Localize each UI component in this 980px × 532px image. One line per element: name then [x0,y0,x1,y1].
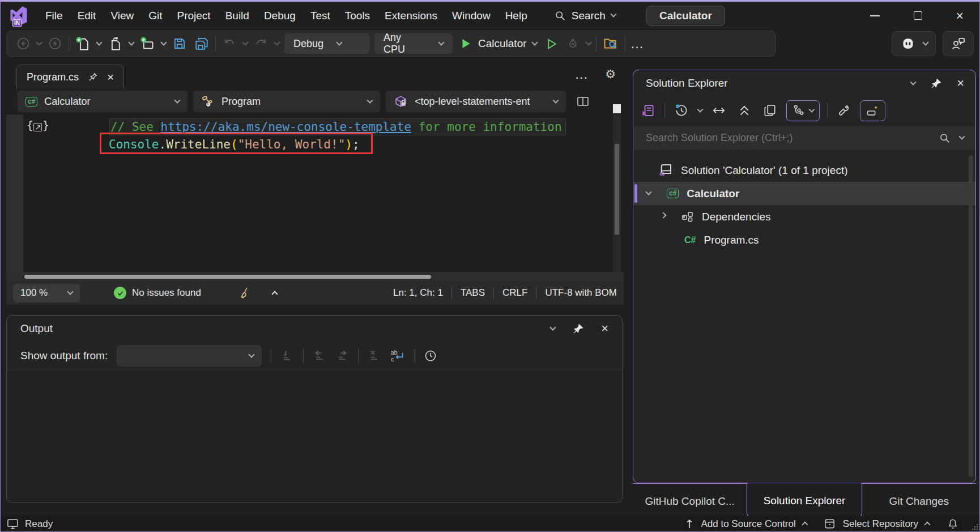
issues-label[interactable]: No issues found [132,287,201,299]
undo-dropdown-icon[interactable] [242,39,248,45]
search-chevron-icon[interactable] [610,11,616,17]
panel-dropdown-chevron-icon[interactable] [910,79,916,85]
zoom-dropdown[interactable]: 100 % [13,284,80,303]
menu-view[interactable]: View [103,7,141,25]
solution-explorer-search-input[interactable] [645,131,939,144]
vertical-scrollbar-thumb[interactable] [615,144,619,235]
resize-grip[interactable] [972,524,978,530]
fold-region-icon[interactable]: {↗} [27,119,49,131]
sync-with-active-document-button[interactable] [710,101,728,120]
gear-icon[interactable]: ⚙ [605,69,616,79]
start-debugging-button[interactable]: Calculator [458,36,538,52]
undo-button[interactable] [221,35,238,52]
toolbar-overflow-button[interactable]: … [630,41,645,46]
comment-link[interactable]: https://aka.ms/new-console-template [161,120,412,134]
panel-pin-icon[interactable] [930,78,942,90]
open-file-dropdown-icon[interactable] [128,39,134,45]
output-dropdown-chevron-icon[interactable] [549,324,556,330]
properties-button[interactable] [835,102,853,120]
menu-file[interactable]: File [38,7,70,25]
back-dropdown-icon[interactable] [36,39,42,45]
indent-indicator[interactable]: TABS [461,287,485,299]
tree-item-program-cs[interactable]: C# Program.cs [633,228,975,252]
hot-reload-button[interactable] [565,36,581,52]
navigate-forward-button[interactable] [46,35,63,52]
output-content[interactable] [7,370,622,503]
solution-platform-dropdown[interactable]: Any CPU [374,33,453,54]
solution-configuration-dropdown[interactable]: Debug [284,33,369,54]
tree-item-project-calculator[interactable]: c# Calculator [633,182,975,205]
maximize-button[interactable] [914,11,922,20]
source-control-chevron-icon[interactable] [802,521,808,527]
copilot-button[interactable] [892,31,936,56]
collapsed-chevron-icon[interactable] [660,212,666,218]
tab-github-copilot-chat[interactable]: GitHub Copilot C... [633,483,747,518]
filter-dropdown-icon[interactable] [697,106,703,112]
add-item-dropdown-icon[interactable] [160,39,167,45]
previous-message-icon[interactable] [313,349,326,363]
menu-git[interactable]: Git [141,7,169,25]
add-new-item-button[interactable] [139,35,156,53]
tree-item-solution[interactable]: ∞ Solution 'Calculator' (1 of 1 project) [633,159,975,182]
horizontal-scrollbar[interactable] [6,272,624,281]
tab-git-changes[interactable]: Git Changes [862,483,976,518]
notifications-bell-icon[interactable] [947,518,959,530]
clear-all-icon[interactable] [368,349,381,363]
breadcrumb-project-dropdown[interactable]: c# Calculator [18,91,188,112]
pending-changes-filter-button[interactable] [672,101,691,120]
output-source-dropdown[interactable] [117,345,262,367]
find-message-icon[interactable] [280,349,294,363]
expand-chevron-icon[interactable] [645,189,651,195]
code-editor[interactable]: {↗} // See https://aka.ms/new-console-te… [6,114,624,272]
tab-overflow-button[interactable]: … [574,71,589,77]
breadcrumb-member-dropdown[interactable]: <top-level-statements-ent [386,91,566,112]
split-window-button[interactable] [576,95,590,108]
preview-selected-items-button[interactable] [860,100,885,121]
encoding-indicator[interactable]: UTF-8 with BOM [545,287,617,299]
close-button[interactable]: × [956,10,964,22]
redo-button[interactable] [253,35,270,52]
collapse-all-button[interactable] [735,101,753,120]
menu-test[interactable]: Test [303,7,338,25]
code-cleanup-button[interactable] [238,286,252,300]
line-ending-indicator[interactable]: CRLF [502,287,527,299]
menu-window[interactable]: Window [445,7,498,25]
live-share-button[interactable] [943,31,974,56]
scrollbar-split-handle[interactable] [613,104,621,113]
horizontal-scrollbar-thumb[interactable] [24,275,431,279]
menu-debug[interactable]: Debug [257,7,303,25]
timestamp-clock-icon[interactable] [424,349,437,363]
output-close-icon[interactable]: × [601,324,608,333]
new-file-button[interactable] [74,35,92,53]
minimize-button[interactable] [870,15,880,16]
output-panel-header[interactable]: Output × [7,316,622,342]
navigate-back-button[interactable] [15,35,32,52]
menu-tools[interactable]: Tools [338,7,377,25]
breadcrumb-type-dropdown[interactable]: Program [193,91,380,112]
tab-solution-explorer[interactable]: Solution Explorer [747,483,862,518]
search-control[interactable]: Search [554,10,616,22]
start-without-debugging-button[interactable] [543,36,560,52]
add-to-source-control-button[interactable]: Add to Source Control [701,518,796,530]
search-icon[interactable] [939,132,951,144]
new-file-dropdown-icon[interactable] [96,39,102,45]
tab-close-icon[interactable]: × [107,73,114,82]
menu-edit[interactable]: Edit [70,7,104,25]
file-nesting-button[interactable] [786,100,820,121]
pin-icon[interactable] [87,71,99,83]
output-pin-icon[interactable] [572,323,584,335]
show-all-files-button[interactable] [761,101,779,120]
find-in-files-button[interactable] [602,35,620,53]
word-wrap-icon[interactable]: abc [390,348,405,363]
redo-dropdown-icon[interactable] [274,39,280,45]
panel-scrollbar[interactable] [969,155,973,477]
menu-project[interactable]: Project [170,7,218,25]
collapse-panel-chevron-icon[interactable] [271,291,278,297]
tree-item-dependencies[interactable]: Dependencies [633,205,975,228]
hot-reload-dropdown-icon[interactable] [585,39,591,45]
vertical-scrollbar[interactable] [613,114,621,272]
repository-chevron-icon[interactable] [924,521,930,527]
select-repository-button[interactable]: Select Repository [843,518,918,530]
save-button[interactable] [171,35,188,52]
open-file-button[interactable] [106,35,124,53]
